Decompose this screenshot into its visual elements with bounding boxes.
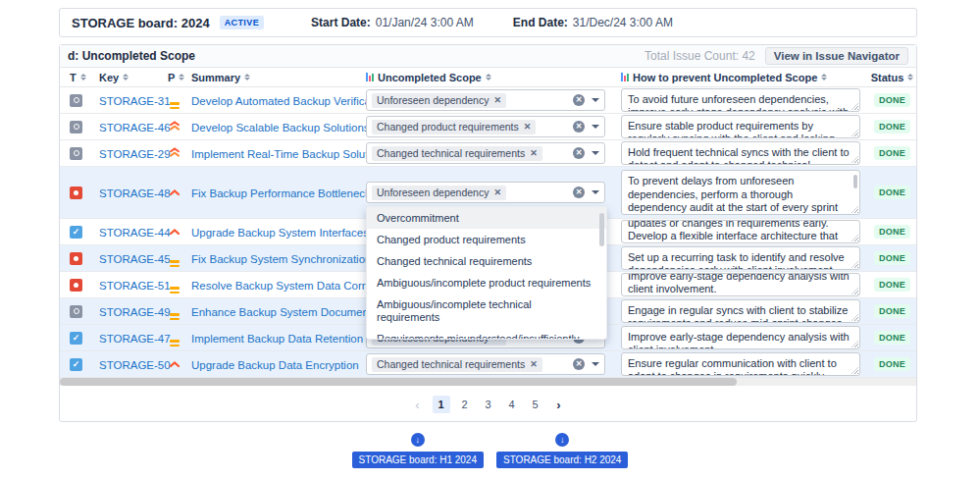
key-cell: STORAGE-51 bbox=[99, 276, 168, 293]
prevent-cell: Hold frequent technical syncs with the c… bbox=[621, 141, 868, 165]
prevention-textarea[interactable]: To avoid future unforeseen dependencies,… bbox=[621, 88, 860, 112]
clear-all-icon[interactable]: ✕ bbox=[573, 187, 585, 198]
board-link-button-h1[interactable]: STORAGE board: H1 2024 bbox=[352, 452, 484, 468]
column-header-scope[interactable]: Uncompleted Scope bbox=[366, 72, 621, 83]
pagination-page-1[interactable]: 1 bbox=[433, 396, 450, 413]
board-link-button-h2[interactable]: STORAGE board: H2 2024 bbox=[496, 452, 628, 468]
issue-key-link[interactable]: STORAGE-51 bbox=[99, 280, 171, 292]
view-in-issue-navigator-button[interactable]: View in Issue Navigator bbox=[765, 47, 908, 65]
chevron-down-icon[interactable] bbox=[592, 190, 599, 194]
issue-key-link[interactable]: STORAGE-50 bbox=[99, 359, 171, 371]
status-badge: DONE bbox=[874, 120, 910, 133]
column-header-p[interactable]: P bbox=[168, 72, 191, 83]
uncompleted-scope-select[interactable]: Changed technical requirements✕✕ bbox=[366, 142, 605, 164]
issue-key-link[interactable]: STORAGE-29 bbox=[99, 148, 171, 160]
prevention-text: Hold frequent technical syncs with the c… bbox=[628, 146, 851, 165]
chip-remove-icon[interactable]: ✕ bbox=[524, 122, 532, 132]
priority-medium-icon bbox=[168, 102, 181, 109]
prevent-cell: Ensure stable product requirements by re… bbox=[621, 115, 868, 138]
pagination-page-3[interactable]: 3 bbox=[480, 396, 497, 413]
scope-value-chip: Changed technical requirements✕ bbox=[372, 146, 542, 161]
chip-remove-icon[interactable]: ✕ bbox=[493, 187, 501, 197]
issue-key-link[interactable]: STORAGE-45 bbox=[99, 253, 171, 265]
issue-summary-link[interactable]: Implement Real-Time Backup Solutions bbox=[191, 148, 389, 160]
prevention-text: To prevent delays from unforeseen depend… bbox=[628, 175, 851, 215]
prevent-cell: Improve early-stage dependency analysis … bbox=[621, 273, 868, 296]
issue-summary-link[interactable]: Develop Scalable Backup Solutions bbox=[191, 122, 370, 133]
dropdown-option[interactable]: Ambiguous/incomplete product requirement… bbox=[367, 272, 606, 293]
column-header-summary[interactable]: Summary bbox=[191, 72, 366, 83]
scope-value-chip: Changed technical requirements✕ bbox=[372, 357, 542, 372]
column-header-prevent[interactable]: How to prevent Uncompleted Scope bbox=[621, 72, 868, 83]
uncompleted-scope-select[interactable]: Unforeseen dependency✕✕ bbox=[366, 89, 605, 111]
prevention-textarea[interactable]: Engage in regular syncs with client to s… bbox=[621, 299, 860, 323]
issue-key-link[interactable]: STORAGE-31 bbox=[99, 95, 171, 107]
chevron-down-icon[interactable] bbox=[592, 125, 599, 129]
prevention-textarea[interactable]: Ensure stable product requirements by re… bbox=[621, 115, 860, 138]
clear-all-icon[interactable]: ✕ bbox=[573, 358, 585, 370]
textarea-scrollbar-thumb[interactable] bbox=[853, 175, 857, 188]
pagination-prev-button[interactable]: ‹ bbox=[409, 396, 427, 413]
issue-key-link[interactable]: STORAGE-47 bbox=[99, 333, 171, 345]
status-badge: DONE bbox=[874, 93, 910, 107]
summary-cell: Develop Automated Backup Verification bbox=[191, 91, 366, 109]
column-header-t[interactable]: T bbox=[60, 72, 99, 83]
pagination-next-button[interactable]: › bbox=[550, 396, 568, 413]
clear-all-icon[interactable]: ✕ bbox=[573, 147, 585, 159]
chip-remove-icon[interactable]: ✕ bbox=[530, 359, 538, 369]
prevention-textarea[interactable]: Hold frequent technical syncs with the c… bbox=[621, 141, 860, 165]
prevention-textarea[interactable]: To prevent delays from unforeseen depend… bbox=[621, 170, 860, 215]
column-header-status[interactable]: Status bbox=[868, 72, 916, 83]
sort-icon bbox=[244, 74, 250, 80]
dropdown-option[interactable]: Changed product requirements bbox=[367, 229, 606, 250]
chevron-down-icon[interactable] bbox=[592, 151, 599, 155]
issue-summary-link[interactable]: Fix Backup Performance Bottlenecks bbox=[191, 187, 377, 199]
column-header-key[interactable]: Key bbox=[99, 72, 168, 83]
chip-remove-icon[interactable]: ✕ bbox=[493, 95, 501, 105]
dropdown-option[interactable]: Requirements misunderstood/insufficientl… bbox=[367, 328, 606, 340]
priority-medium-icon bbox=[168, 340, 181, 347]
uncompleted-scope-select[interactable]: Changed product requirements✕✕ bbox=[366, 116, 605, 137]
type-cell: ✓ bbox=[60, 226, 99, 239]
issue-summary-link[interactable]: Upgrade Backup System Interfaces bbox=[191, 227, 369, 239]
prevent-cell: Engage in regular syncs with client to s… bbox=[621, 299, 868, 323]
pagination-page-4[interactable]: 4 bbox=[503, 396, 521, 413]
dropdown-option[interactable]: Ambiguous/incomplete technical requireme… bbox=[367, 293, 606, 328]
summary-cell: Fix Backup Performance Bottlenecks bbox=[191, 184, 366, 201]
issue-summary-link[interactable]: Develop Automated Backup Verification bbox=[191, 95, 388, 107]
priority-cell bbox=[168, 91, 191, 110]
prevention-textarea[interactable]: Set up a recurring task to identify and … bbox=[621, 246, 860, 270]
prevention-textarea[interactable]: Improve early-stage dependency analysis … bbox=[621, 273, 860, 296]
prevention-textarea[interactable]: Ensure regular communication with client… bbox=[621, 352, 860, 376]
priority-medium-icon bbox=[168, 260, 181, 267]
dropdown-option[interactable]: Changed technical requirements bbox=[367, 250, 606, 272]
uncompleted-scope-select[interactable]: Changed technical requirements✕✕ bbox=[366, 353, 605, 375]
type-cell bbox=[60, 279, 99, 292]
issue-key-link[interactable]: STORAGE-48 bbox=[99, 187, 171, 199]
issue-key-link[interactable]: STORAGE-49 bbox=[99, 306, 171, 318]
issue-summary-link[interactable]: Upgrade Backup Data Encryption bbox=[191, 359, 359, 371]
prevention-textarea[interactable]: Improve early-stage dependency analysis … bbox=[621, 326, 860, 349]
clear-all-icon[interactable]: ✕ bbox=[573, 94, 585, 106]
type-cell bbox=[60, 147, 99, 160]
issue-key-link[interactable]: STORAGE-46 bbox=[99, 122, 171, 133]
clear-all-icon[interactable]: ✕ bbox=[573, 121, 585, 133]
pagination-page-2[interactable]: 2 bbox=[456, 396, 474, 413]
chip-remove-icon[interactable]: ✕ bbox=[530, 148, 538, 158]
prevention-textarea[interactable]: updates or changes in requirements early… bbox=[621, 220, 860, 243]
chevron-down-icon[interactable] bbox=[592, 362, 599, 366]
download-arrow-icon[interactable]: ↓ bbox=[555, 433, 569, 447]
status-cell: DONE bbox=[868, 146, 916, 160]
scope-chip-label: Unforeseen dependency bbox=[377, 187, 489, 198]
dropdown-option[interactable]: Overcommitment bbox=[367, 207, 606, 229]
download-arrow-icon[interactable]: ↓ bbox=[411, 433, 425, 447]
summary-cell: Implement Backup Data Retention Policies bbox=[191, 329, 366, 347]
check-issue-type-icon: ✓ bbox=[70, 226, 82, 239]
dropdown-scrollbar-thumb[interactable] bbox=[599, 213, 604, 246]
uncompleted-scope-select[interactable]: Unforeseen dependency✕✕ bbox=[366, 182, 605, 203]
horizontal-scrollbar-thumb[interactable] bbox=[60, 378, 737, 386]
chevron-down-icon[interactable] bbox=[592, 98, 599, 102]
issue-key-link[interactable]: STORAGE-44 bbox=[99, 227, 171, 239]
prevention-text: Ensure regular communication with client… bbox=[628, 357, 851, 376]
pagination-page-5[interactable]: 5 bbox=[527, 396, 544, 413]
